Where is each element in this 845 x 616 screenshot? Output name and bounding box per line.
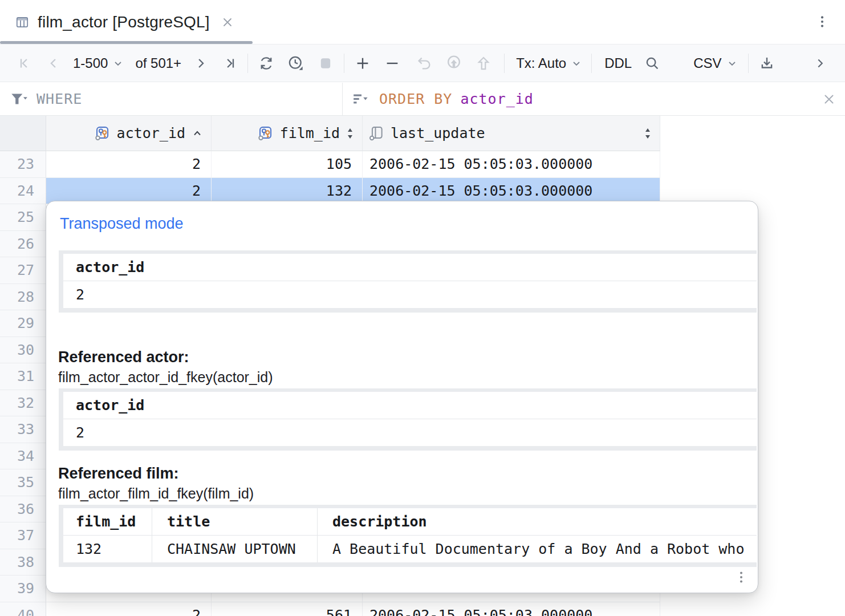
row-number[interactable]: 36	[0, 496, 46, 523]
filter-bar: WHERE ORDER BY actor_id	[0, 83, 845, 116]
cell-film_id[interactable]: 105	[212, 151, 363, 178]
order-by-input[interactable]: ORDER BY actor_id	[343, 83, 845, 115]
referenced-actor-fkey: film_actor_actor_id_fkey(actor_id)	[58, 369, 273, 386]
current-row-table: actor_id 2	[59, 250, 757, 313]
row-number[interactable]: 29	[0, 310, 46, 337]
referenced-film-title: Referenced film:	[58, 465, 179, 483]
mini-cell-value[interactable]: A Beautiful Documentary of a Boy And a R…	[318, 536, 757, 562]
cell-film_id[interactable]: 561	[212, 602, 363, 616]
table-icon	[15, 15, 30, 30]
filter-funnel-icon[interactable]	[9, 91, 29, 107]
referenced-film-fkey: film_actor_film_id_fkey(film_id)	[58, 485, 254, 502]
row-number[interactable]: 33	[0, 416, 46, 443]
column-header-last-update[interactable]: last_update	[363, 116, 660, 151]
download-icon[interactable]	[755, 52, 778, 75]
row-number[interactable]: 31	[0, 363, 46, 390]
ddl-button[interactable]: DDL	[604, 55, 632, 71]
table-row: 2321052006-02-15 05:05:03.000000	[0, 151, 845, 178]
mini-cell-value[interactable]: CHAINSAW UPTOWN	[152, 536, 318, 562]
record-preview-popup: Transposed mode actor_id 2 Referenced ac…	[46, 201, 758, 593]
tab-bar: film_actor [PostgreSQL]	[0, 0, 845, 44]
row-number[interactable]: 27	[0, 257, 46, 284]
mini-cell-value[interactable]: 2	[63, 419, 757, 446]
sort-lines-icon[interactable]	[352, 91, 371, 107]
stop-icon	[314, 52, 337, 75]
tx-mode-label: Tx: Auto	[516, 55, 566, 71]
tx-mode-dropdown[interactable]: Tx: Auto	[516, 55, 582, 71]
order-by-value: actor_id	[460, 91, 533, 107]
row-number[interactable]: 25	[0, 204, 46, 231]
primary-foreign-key-icon	[95, 125, 112, 142]
mini-column-header: actor_id	[63, 392, 757, 419]
export-format-dropdown[interactable]: CSV	[693, 55, 737, 71]
previous-page-icon[interactable]	[42, 52, 65, 75]
datagrip-data-editor: film_actor [PostgreSQL] 1-500 of 501+	[0, 0, 845, 616]
column-header-film-id[interactable]: film_id	[212, 116, 363, 151]
toolbar-separator	[748, 54, 749, 73]
primary-foreign-key-icon	[258, 125, 275, 142]
grid-toolbar: 1-500 of 501+	[0, 44, 845, 82]
mini-column-header: title	[152, 508, 318, 535]
cell-actor_id[interactable]: 2	[46, 151, 212, 178]
tab-options-kebab-icon[interactable]	[814, 14, 830, 30]
submit-changes-icon	[442, 52, 465, 75]
search-icon[interactable]	[641, 52, 664, 75]
next-page-icon[interactable]	[189, 52, 212, 75]
toolbar-separator	[344, 54, 344, 73]
page-range-dropdown[interactable]: 1-500	[73, 55, 124, 71]
total-rows-label[interactable]: of 501+	[135, 55, 181, 71]
sort-both-icon	[643, 126, 653, 141]
toolbar-overflow-chevron-icon[interactable]	[809, 52, 831, 75]
row-number[interactable]: 34	[0, 443, 46, 470]
column-name: last_update	[391, 125, 485, 141]
referenced-film-table: film_idtitledescription132CHAINSAW UPTOW…	[59, 505, 757, 567]
cell-last_update[interactable]: 2006-02-15 05:05:03.000000	[363, 602, 660, 616]
close-filter-icon[interactable]	[822, 92, 836, 106]
row-number[interactable]: 30	[0, 337, 46, 364]
column-icon	[368, 125, 385, 142]
chevron-down-icon	[726, 58, 738, 69]
row-number[interactable]: 23	[0, 151, 46, 178]
toolbar-separator	[591, 54, 592, 73]
table-row: 4025612006-02-15 05:05:03.000000	[0, 602, 845, 616]
mini-column-header: actor_id	[63, 254, 757, 281]
column-name: actor_id	[117, 125, 185, 141]
gutter-header[interactable]	[0, 116, 46, 151]
transposed-mode-link[interactable]: Transposed mode	[60, 215, 184, 233]
last-page-icon[interactable]	[218, 52, 241, 75]
row-number[interactable]: 24	[0, 178, 46, 205]
row-number[interactable]: 35	[0, 469, 46, 496]
column-name: film_id	[280, 125, 340, 141]
page-range-label: 1-500	[73, 55, 108, 71]
tab-film-actor[interactable]: film_actor [PostgreSQL]	[0, 0, 249, 44]
grid-header: actor_id film_id	[0, 116, 660, 151]
row-number[interactable]: 37	[0, 522, 46, 549]
tab-close-icon[interactable]	[221, 16, 234, 29]
row-number[interactable]: 39	[0, 576, 46, 602]
row-number[interactable]: 28	[0, 284, 46, 311]
sort-both-icon	[345, 126, 355, 141]
query-history-clock-icon[interactable]	[285, 52, 307, 75]
mini-column-header: description	[318, 508, 757, 535]
row-number[interactable]: 32	[0, 390, 46, 417]
mini-column-header: film_id	[63, 508, 152, 535]
tab-title: film_actor [PostgreSQL]	[38, 13, 210, 31]
popup-menu-kebab-icon[interactable]	[734, 569, 749, 586]
column-header-actor-id[interactable]: actor_id	[46, 116, 212, 151]
cell-actor_id[interactable]: 2	[46, 602, 212, 616]
row-number[interactable]: 26	[0, 231, 46, 258]
referenced-actor-title: Referenced actor:	[58, 348, 189, 366]
add-row-icon[interactable]	[351, 52, 374, 75]
active-tab-indicator	[0, 41, 253, 44]
chevron-down-icon	[571, 58, 582, 69]
toolbar-separator	[504, 54, 505, 73]
first-page-icon[interactable]	[14, 52, 36, 75]
where-filter-input[interactable]: WHERE	[0, 83, 343, 115]
refresh-icon[interactable]	[255, 52, 278, 75]
mini-cell-value[interactable]: 132	[63, 536, 152, 562]
delete-row-icon[interactable]	[381, 52, 404, 75]
row-number[interactable]: 40	[0, 602, 46, 616]
mini-cell-value[interactable]: 2	[63, 281, 757, 308]
row-number[interactable]: 38	[0, 549, 46, 576]
cell-last_update[interactable]: 2006-02-15 05:05:03.000000	[363, 151, 660, 178]
